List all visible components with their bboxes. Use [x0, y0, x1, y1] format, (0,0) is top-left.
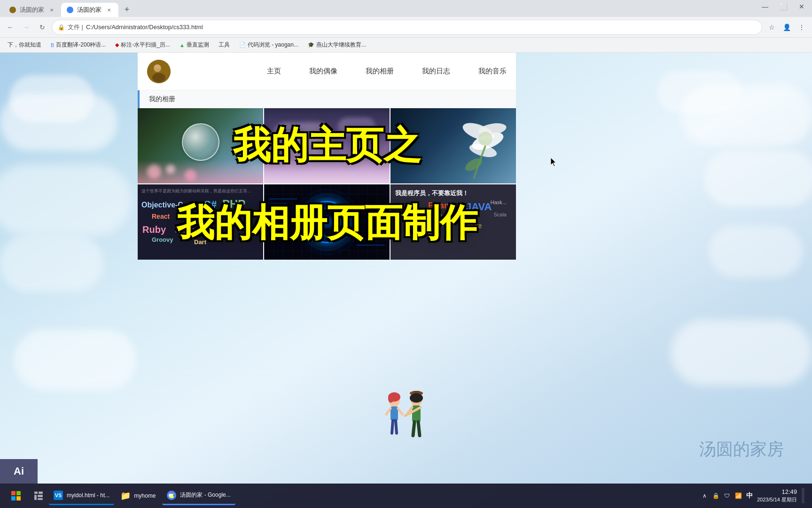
lang-erlang: Erlang — [428, 201, 454, 211]
svg-rect-35 — [38, 495, 43, 497]
nav-diary[interactable]: 我的日志 — [422, 65, 450, 78]
tab-inactive[interactable]: 汤圆的家 ✕ — [4, 3, 61, 17]
tab-label-2: 汤圆的家 — [77, 6, 102, 14]
tab-close-1[interactable]: ✕ — [48, 6, 55, 14]
logo-svg — [147, 60, 171, 83]
svg-rect-33 — [39, 492, 43, 494]
album-title: 我的相册 — [149, 95, 175, 103]
ai-label: Ai — [14, 465, 24, 477]
new-tab-button[interactable]: + — [120, 3, 133, 16]
svg-rect-29 — [16, 491, 21, 495]
nav-album[interactable]: 我的相册 — [366, 65, 394, 78]
bookmark-label-1: 百度翻译-200种语... — [56, 41, 106, 49]
bookmark-label-4: 工具 — [219, 41, 230, 49]
bookmark-item-1[interactable]: B 百度翻译-200种语... — [47, 40, 109, 50]
tray-chevron[interactable]: ∧ — [700, 491, 709, 500]
svg-rect-30 — [11, 496, 16, 500]
photo-cell-6: 我是程序员，不要靠近我！ Erlang JAVA Hask... Erlang … — [390, 184, 516, 260]
address-text: C:/Users/Administrator/Desktop/cs333.htm… — [86, 24, 203, 31]
lang-writing: Writing — [428, 213, 445, 219]
tray-lock-icon: 🔒 — [711, 491, 720, 500]
bookmark-item-6[interactable]: 🎓 燕山大学继续教育... — [304, 40, 370, 50]
lang-h: H... — [428, 231, 436, 237]
lang-ce: C# — [203, 198, 217, 211]
tray-language[interactable]: 中 — [745, 491, 754, 500]
profile-button[interactable]: 👤 — [780, 21, 793, 34]
tray-shield-icon: 🛡 — [722, 491, 732, 500]
tab-bar: 汤圆的家 ✕ 汤圆的家 ✕ + — ⬜ ✕ — [0, 0, 812, 17]
tray-icons: ∧ 🔒 🛡 📶 中 — [700, 491, 754, 500]
lang-haskell: Hask... — [491, 199, 507, 205]
tab-close-2[interactable]: ✕ — [105, 6, 113, 14]
tech-line-1 — [269, 198, 297, 199]
bookmark-icon-1: B — [51, 42, 54, 48]
svg-point-2 — [152, 73, 165, 82]
reload-button[interactable]: ↻ — [36, 21, 49, 34]
bookmark-item-3[interactable]: ▲ 垂直监测 — [176, 40, 213, 50]
system-tray: ∧ 🔒 🛡 📶 中 12:49 2023/5/14 星期日 — [700, 488, 808, 503]
photo-cell-4: 这个世界不是因为能力的驱动和关联，而是由这些们主导... Objective-C… — [138, 184, 263, 260]
windows-logo-icon — [10, 490, 22, 501]
tech-line-3 — [357, 245, 385, 246]
tab-favicon-2 — [67, 7, 73, 13]
nav-idol[interactable]: 我的偶像 — [309, 65, 337, 78]
lang-js: JavaScript — [175, 227, 209, 234]
bookmark-item-5[interactable]: 📄 代码浏览 - yaogan... — [235, 40, 302, 50]
site-logo — [147, 60, 171, 83]
lang-react: React — [152, 213, 170, 220]
toolbar-icons: ☆ 👤 ⋮ — [765, 21, 808, 34]
lang-objc: Objective-C — [141, 201, 183, 209]
bokeh-dot-2 — [166, 165, 175, 174]
taskbar-item-folder[interactable]: 📁 myhome — [116, 486, 160, 505]
tech-line-2 — [269, 203, 288, 204]
bookmark-label-2: 标注-水平扫描_历... — [121, 41, 170, 49]
album-title-bar: 我的相册 — [138, 90, 516, 108]
bookmark-star-button[interactable]: ☆ — [765, 21, 778, 34]
chrome-logo-svg — [167, 491, 176, 500]
bookmark-item-4[interactable]: 工具 — [215, 40, 234, 50]
bookmarks-bar: 下，你就知道 B 百度翻译-200种语... ◆ 标注-水平扫描_历... ▲ … — [0, 38, 812, 53]
site-nav: 主页 我的偶像 我的相册 我的日志 我的音乐 — [267, 65, 507, 78]
minimize-button[interactable]: — — [758, 2, 772, 11]
lang-erlang2: Erlang — [395, 213, 412, 219]
svg-rect-31 — [16, 496, 21, 500]
task-view-icon — [34, 491, 43, 500]
show-desktop-button[interactable] — [802, 488, 804, 503]
taskbar-item-chrome[interactable]: 汤圆的家 - Google... — [162, 486, 235, 505]
bookmark-label-0: 下，你就知道 — [8, 41, 41, 49]
cloud-photo-3 — [288, 136, 335, 158]
nav-music[interactable]: 我的音乐 — [478, 65, 507, 78]
ai-label-area: Ai — [0, 459, 38, 484]
photo-cell-1 — [138, 108, 263, 183]
bubble-effect — [182, 123, 219, 161]
settings-button[interactable]: ⋮ — [795, 21, 808, 34]
task-view-button[interactable] — [30, 486, 47, 505]
lang-clojure: Clojure — [461, 222, 482, 230]
bookmark-label-5: 代码浏览 - yaogan... — [248, 41, 298, 49]
vscode-icon: VS — [54, 491, 63, 500]
back-button[interactable]: ← — [4, 21, 17, 34]
programmer-text: 我是程序员，不要靠近我！ — [395, 189, 468, 198]
bookmark-item-0[interactable]: 下，你就知道 — [4, 40, 45, 50]
taskbar-item-vscode[interactable]: VS myidol.html - ht... — [49, 486, 114, 505]
start-button[interactable] — [4, 486, 28, 505]
lang-groovy: Groovy — [152, 236, 173, 243]
maximize-button[interactable]: ⬜ — [776, 2, 791, 11]
lang-php: PHP — [222, 198, 245, 211]
bookmark-item-2[interactable]: ◆ 标注-水平扫描_历... — [111, 40, 174, 50]
bookmark-label-6: 燕山大学继续教育... — [316, 41, 366, 49]
time-display[interactable]: 12:49 2023/5/14 星期日 — [757, 488, 797, 503]
lang-dart: Dart — [194, 238, 206, 246]
photo-cell-5 — [264, 184, 390, 260]
tech-arc-2 — [294, 189, 360, 255]
lang-scala: Scala — [493, 212, 507, 217]
lang-java: JAVA — [466, 201, 492, 213]
forward-button[interactable]: → — [20, 21, 33, 34]
address-input[interactable]: 🔒 文件 | C:/Users/Administrator/Desktop/cs… — [52, 20, 762, 35]
taskbar-label-folder: myhome — [134, 492, 156, 499]
close-button[interactable]: ✕ — [795, 2, 808, 11]
nav-home[interactable]: 主页 — [267, 65, 281, 78]
tab-active[interactable]: 汤圆的家 ✕ — [61, 3, 118, 17]
bookmark-icon-2: ◆ — [115, 42, 119, 48]
cloud-photo-2 — [338, 118, 375, 136]
